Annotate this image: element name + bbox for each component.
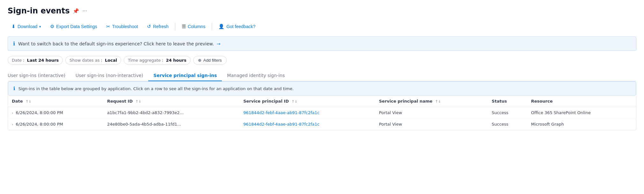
- cell-resource-0: Office 365 SharePoint Online: [527, 107, 636, 119]
- table-info-banner: ℹ Sign-ins in the table below are groupe…: [8, 81, 636, 96]
- download-icon: ⬇: [11, 24, 16, 29]
- sort-sp-id-icon: ↑↓: [292, 99, 297, 104]
- col-sp-id[interactable]: Service principal ID ↑↓: [239, 96, 375, 107]
- tabs: User sign-ins (interactive) User sign-in…: [8, 70, 636, 81]
- col-date[interactable]: Date ↑↓: [8, 96, 103, 107]
- col-request-id[interactable]: Request ID ↑↓: [103, 96, 239, 107]
- add-filter-icon: ⊕: [198, 58, 201, 63]
- table-header-row: Date ↑↓ Request ID ↑↓ Service principal …: [8, 96, 636, 107]
- cell-request-id-0: a1bc7fa1-9bb2-4bd2-a832-7993e2...: [103, 107, 239, 119]
- cell-status-0: Success: [488, 107, 527, 119]
- sp-id-link-1[interactable]: 961844d2-febf-4aae-ab91-87fc2fa1c: [243, 122, 319, 127]
- refresh-icon: ↺: [147, 24, 151, 29]
- cell-status-1: Success: [488, 119, 527, 130]
- sign-in-table: Date ↑↓ Request ID ↑↓ Service principal …: [8, 96, 636, 130]
- cell-resource-1: Microsoft Graph: [527, 119, 636, 130]
- cell-sp-name-1: Portal View: [375, 119, 488, 130]
- table-section: ℹ Sign-ins in the table below are groupe…: [8, 81, 636, 130]
- time-aggregate-filter-chip[interactable]: Time aggregate : 24 hours: [124, 56, 191, 65]
- show-dates-filter-chip[interactable]: Show dates as : Local: [65, 56, 121, 65]
- refresh-button[interactable]: ↺ Refresh: [143, 22, 172, 31]
- page-title: Sign-in events: [8, 6, 70, 15]
- info-banner: ℹ Want to switch back to the default sig…: [8, 36, 636, 51]
- tab-managed-identity[interactable]: Managed identity sign-ins: [222, 70, 290, 81]
- cell-date-0: › 6/26/2024, 8:00:00 PM: [8, 107, 103, 119]
- sort-date-icon: ↑↓: [26, 99, 31, 104]
- filter-bar: Date : Last 24 hours Show dates as : Loc…: [8, 56, 636, 65]
- tab-non-interactive[interactable]: User sign-ins (non-interactive): [70, 70, 148, 81]
- tab-service-principal[interactable]: Service principal sign-ins: [148, 70, 222, 81]
- columns-icon: ☰: [182, 24, 186, 29]
- tab-interactive[interactable]: User sign-ins (interactive): [8, 70, 70, 81]
- page-header: Sign-in events 📌 ···: [8, 6, 636, 15]
- expand-row-1-icon[interactable]: ›: [12, 122, 13, 127]
- feedback-button[interactable]: 👤 Got feedback?: [215, 22, 259, 31]
- cell-sp-name-0: Portal View: [375, 107, 488, 119]
- info-icon: ℹ: [13, 41, 15, 47]
- expand-row-0-icon[interactable]: ›: [12, 111, 13, 115]
- date-filter-chip[interactable]: Date : Last 24 hours: [8, 56, 63, 65]
- export-data-settings-button[interactable]: ⚙ Export Data Settings: [46, 22, 101, 31]
- table-row[interactable]: › 6/26/2024, 8:00:00 PM 24e80be0-5ada-4b…: [8, 119, 636, 130]
- pin-icon[interactable]: 📌: [73, 8, 79, 14]
- sort-sp-name-icon: ↑↓: [435, 99, 441, 104]
- add-filters-button[interactable]: ⊕ Add filters: [193, 56, 227, 65]
- col-status: Status: [488, 96, 527, 107]
- download-button[interactable]: ⬇ Download ▾: [8, 22, 45, 31]
- col-sp-name[interactable]: Service principal name ↑↓: [375, 96, 488, 107]
- sort-request-id-icon: ↑↓: [135, 99, 141, 104]
- table-row[interactable]: › 6/26/2024, 8:00:00 PM a1bc7fa1-9bb2-4b…: [8, 107, 636, 119]
- cell-request-id-1: 24e80be0-5ada-4b5d-adba-11fd1...: [103, 119, 239, 130]
- feedback-icon: 👤: [218, 24, 224, 29]
- columns-button[interactable]: ☰ Columns: [178, 22, 209, 31]
- toolbar: ⬇ Download ▾ ⚙ Export Data Settings ✂ Tr…: [8, 22, 636, 31]
- wrench-icon: ✂: [106, 24, 110, 29]
- col-resource: Resource: [527, 96, 636, 107]
- cell-date-1: › 6/26/2024, 8:00:00 PM: [8, 119, 103, 130]
- cell-sp-id-1[interactable]: 961844d2-febf-4aae-ab91-87fc2fa1c: [239, 119, 375, 130]
- toolbar-separator: [175, 23, 175, 30]
- gear-icon: ⚙: [50, 24, 54, 29]
- toolbar-separator-2: [212, 23, 212, 30]
- sp-id-link-0[interactable]: 961844d2-febf-4aae-ab91-87fc2fa1c: [243, 110, 319, 115]
- table-info-icon: ℹ: [13, 86, 15, 91]
- more-options-icon[interactable]: ···: [82, 8, 87, 14]
- cell-sp-id-0[interactable]: 961844d2-febf-4aae-ab91-87fc2fa1c: [239, 107, 375, 119]
- download-chevron-icon: ▾: [39, 25, 41, 29]
- leave-preview-link[interactable]: →: [215, 41, 220, 46]
- troubleshoot-button[interactable]: ✂ Troubleshoot: [102, 22, 142, 31]
